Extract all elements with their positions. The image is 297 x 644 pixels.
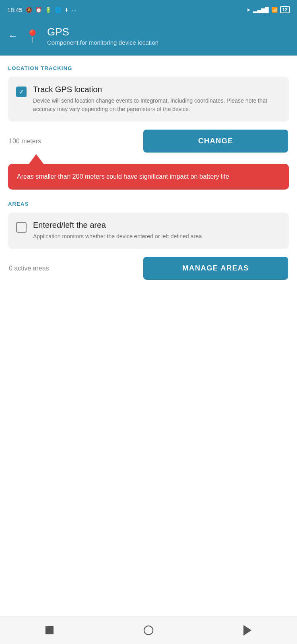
area-title: Entered/left the area (33, 221, 282, 230)
more-icon: ··· (72, 7, 76, 13)
page-subtitle: Component for monitoring device location (47, 39, 159, 46)
content: LOCATION TRACKING ✓ Track GPS location D… (0, 56, 297, 332)
change-button[interactable]: CHANGE (143, 130, 288, 153)
back-button[interactable]: ← (8, 30, 18, 41)
mute-icon: 🔕 (26, 7, 32, 13)
signal-icon: ▂▄▆█ (253, 7, 268, 13)
change-row: 100 meters CHANGE (8, 130, 289, 153)
bottom-spacer (8, 296, 289, 332)
nav-square-icon (45, 626, 54, 634)
header: ← 📍 GPS Component for monitoring device … (0, 19, 297, 56)
alarm-icon: ⏰ (35, 7, 42, 13)
status-bar: 18:45 🔕 ⏰ 🔋 🌐 ⬇ ··· ➤ ▂▄▆█ 📶 12 (0, 0, 297, 19)
download-icon: ⬇ (64, 7, 69, 13)
warning-triangle-icon (29, 154, 43, 164)
globe-icon: 🌐 (55, 7, 61, 13)
header-text: GPS Component for monitoring device loca… (47, 26, 159, 46)
manage-areas-button[interactable]: MANAGE AREAS (143, 257, 288, 280)
area-card: Entered/left the area Application monito… (8, 213, 289, 249)
status-time: 18:45 (7, 6, 23, 13)
wifi-icon: 📶 (271, 7, 278, 13)
track-gps-card: ✓ Track GPS location Device will send lo… (8, 77, 289, 122)
area-checkbox[interactable] (15, 221, 27, 233)
track-gps-desc: Device will send location change events … (33, 97, 282, 114)
areas-section-label: AREAS (8, 201, 289, 207)
track-gps-text: Track GPS location Device will send loca… (33, 85, 282, 114)
nav-back-button[interactable] (237, 620, 258, 640)
status-bar-left: 18:45 🔕 ⏰ 🔋 🌐 ⬇ ··· (7, 6, 76, 13)
checkbox-unchecked-icon (16, 222, 27, 233)
gps-header-icon: 📍 (25, 29, 40, 43)
page-title: GPS (47, 26, 159, 38)
warning-box: Areas smaller than 200 meters could have… (8, 164, 289, 190)
checkbox-checked-icon: ✓ (16, 87, 27, 97)
area-desc: Application monitors whether the device … (33, 232, 282, 241)
area-text: Entered/left the area Application monito… (33, 221, 282, 241)
nav-home-button[interactable] (138, 620, 159, 640)
nav-triangle-icon (243, 625, 252, 636)
track-gps-checkbox[interactable]: ✓ (15, 86, 27, 98)
active-areas-value: 0 active areas (9, 265, 49, 272)
warning-text: Areas smaller than 200 meters could have… (17, 173, 229, 180)
manage-row: 0 active areas MANAGE AREAS (8, 257, 289, 280)
status-bar-right: ➤ ▂▄▆█ 📶 12 (246, 6, 290, 13)
track-gps-title: Track GPS location (33, 85, 282, 94)
battery-status-icon: 🔋 (45, 7, 52, 13)
location-tracking-section-label: LOCATION TRACKING (8, 65, 289, 71)
nav-circle-icon (144, 625, 153, 635)
location-status-icon: ➤ (246, 7, 251, 13)
battery-level: 12 (280, 6, 290, 13)
warning-container: Areas smaller than 200 meters could have… (8, 154, 289, 190)
nav-square-button[interactable] (39, 620, 60, 640)
bottom-nav (0, 616, 297, 644)
distance-value: 100 meters (9, 138, 41, 145)
